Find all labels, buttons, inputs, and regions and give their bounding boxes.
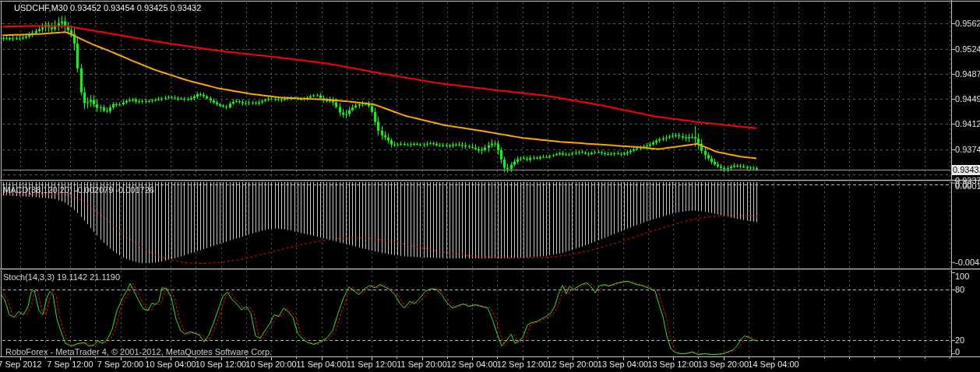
price-axis-label: 0.95240 bbox=[955, 44, 980, 54]
time-axis-label: 13 Sep 12:00 bbox=[647, 360, 698, 369]
time-axis-label: 10 Sep 12:00 bbox=[196, 360, 246, 369]
time-axis-label: 13 Sep 20:00 bbox=[698, 360, 749, 369]
price-axis-label: 0.93740 bbox=[955, 145, 980, 154]
time-axis-label: 14 Sep 04:00 bbox=[748, 360, 798, 369]
macd-axis-min-label: -0.00430 bbox=[955, 258, 980, 267]
macd-name: MACD(38,120,20) bbox=[3, 185, 72, 195]
time-axis-label: 12 Sep 12:00 bbox=[497, 360, 548, 369]
price-axis-label: 0.94120 bbox=[955, 119, 980, 128]
time-axis-label: 13 Sep 04:00 bbox=[598, 360, 648, 369]
current-price-tag: 0.93432 bbox=[952, 165, 980, 175]
macd-axis-max-label: 0.00010 bbox=[955, 181, 980, 191]
time-axis-label: 11 Sep 20:00 bbox=[397, 360, 447, 369]
time-axis-label: 11 Sep 04:00 bbox=[296, 360, 347, 369]
mt4-chart-window: USDCHF,M30 0.93452 0.93454 0.93425 0.934… bbox=[0, 0, 980, 372]
stoch-value-signal: 21.1190 bbox=[90, 272, 120, 282]
macd-value-main: -0.002079 bbox=[75, 185, 114, 195]
macd-indicator-label: MACD(38,120,20) -0.002079 -0.001726 bbox=[3, 185, 154, 195]
price-axis-label: 0.95620 bbox=[955, 19, 980, 28]
time-axis-label: 7 Sep 12:00 bbox=[47, 360, 93, 369]
time-axis-label: 7 Sep 2012 bbox=[0, 360, 42, 369]
time-axis-label: 10 Sep 20:00 bbox=[245, 360, 296, 369]
stoch-axis-label: 20 bbox=[955, 335, 964, 345]
time-axis-label: 7 Sep 20:00 bbox=[97, 360, 143, 369]
macd-value-signal: -0.001726 bbox=[115, 185, 154, 195]
time-axis-label: 12 Sep 04:00 bbox=[446, 360, 497, 369]
time-axis-label: 11 Sep 12:00 bbox=[347, 360, 397, 369]
stoch-name: Stoch(14,3,3) bbox=[3, 272, 55, 282]
stoch-axis-label: 0 bbox=[955, 347, 960, 356]
price-axis-label: 0.94490 bbox=[955, 94, 980, 104]
stoch-axis-label: 80 bbox=[955, 285, 964, 294]
symbol-ohlc-info: USDCHF,M30 0.93452 0.93454 0.93425 0.934… bbox=[14, 3, 201, 12]
copyright-text: RoboForex - MetaTrader 4, © 2001-2012, M… bbox=[5, 347, 272, 356]
time-axis-label: 10 Sep 04:00 bbox=[145, 360, 196, 369]
price-axis-label: 0.94870 bbox=[955, 69, 980, 79]
stoch-value-main: 19.1142 bbox=[57, 272, 87, 282]
time-axis-label: 12 Sep 20:00 bbox=[547, 360, 598, 369]
stoch-indicator-label: Stoch(14,3,3) 19.1142 21.1190 bbox=[3, 272, 120, 282]
stoch-axis-label: 100 bbox=[955, 272, 969, 281]
